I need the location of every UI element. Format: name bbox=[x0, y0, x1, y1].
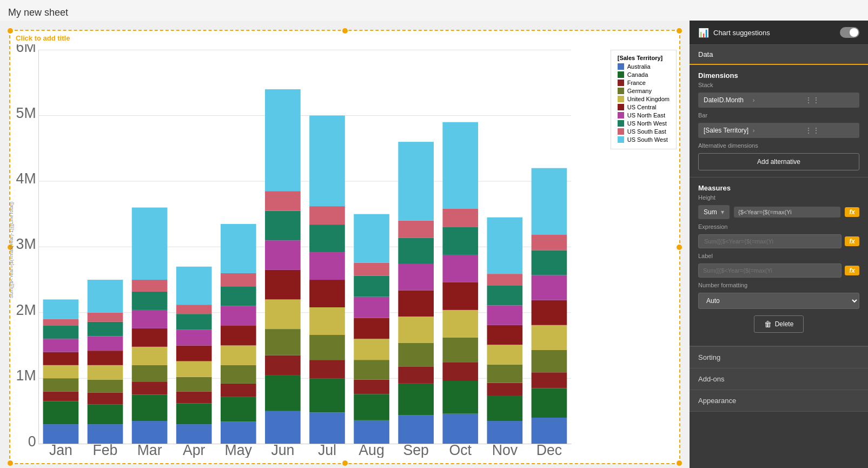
data-tab[interactable]: Data bbox=[690, 45, 868, 65]
svg-rect-129 bbox=[487, 325, 523, 345]
resize-handle-bc[interactable] bbox=[342, 460, 348, 466]
sum-box[interactable]: Sum ▾ bbox=[698, 205, 730, 219]
svg-text:Aug: Aug bbox=[359, 441, 384, 458]
chart-icon: 📊 bbox=[698, 28, 709, 38]
toggle-knob bbox=[850, 28, 858, 37]
svg-rect-121 bbox=[442, 209, 478, 227]
chart-legend: [Sales Territory] AustraliaCanadaFranceG… bbox=[611, 50, 677, 149]
legend-item: US North East bbox=[618, 112, 670, 118]
svg-rect-48 bbox=[176, 403, 212, 424]
svg-text:Nov: Nov bbox=[492, 441, 518, 458]
svg-rect-61 bbox=[221, 365, 256, 384]
expression-box[interactable]: {$<Year={$(=max(Yi bbox=[734, 207, 840, 217]
resize-handle-rc[interactable] bbox=[677, 245, 682, 250]
svg-text:Dec: Dec bbox=[536, 441, 562, 458]
svg-rect-49 bbox=[176, 391, 212, 403]
svg-rect-109 bbox=[398, 238, 434, 264]
resize-handle-br[interactable] bbox=[677, 460, 682, 466]
right-panel: 📊 Chart suggestions Data Dimensions Stac… bbox=[690, 21, 868, 468]
svg-rect-119 bbox=[442, 255, 478, 282]
svg-rect-34 bbox=[88, 280, 123, 313]
label-input[interactable] bbox=[698, 263, 842, 278]
svg-text:Jan: Jan bbox=[49, 441, 72, 458]
svg-rect-20 bbox=[43, 339, 79, 352]
svg-rect-65 bbox=[221, 286, 256, 306]
svg-rect-97 bbox=[354, 297, 389, 318]
expression-fx-button2[interactable]: fx bbox=[845, 236, 859, 246]
num-format-select[interactable]: Auto bbox=[698, 293, 859, 309]
svg-text:1M: 1M bbox=[16, 366, 36, 384]
svg-text:Apr: Apr bbox=[183, 441, 205, 458]
svg-rect-105 bbox=[398, 343, 434, 367]
svg-rect-78 bbox=[265, 89, 301, 191]
svg-rect-19 bbox=[43, 352, 79, 365]
svg-rect-93 bbox=[354, 380, 389, 394]
svg-text:6M: 6M bbox=[16, 44, 36, 55]
svg-text:Mar: Mar bbox=[137, 441, 162, 458]
svg-rect-82 bbox=[309, 360, 345, 378]
svg-rect-103 bbox=[398, 384, 434, 415]
resize-handle-tr[interactable] bbox=[677, 28, 682, 34]
legend-item: France bbox=[618, 80, 670, 86]
legend-item: US South West bbox=[618, 136, 670, 143]
svg-rect-42 bbox=[132, 310, 168, 328]
svg-rect-63 bbox=[221, 326, 256, 345]
resize-handle-tl[interactable] bbox=[8, 28, 13, 34]
svg-rect-22 bbox=[43, 319, 79, 326]
expression-section: Expression fx bbox=[698, 223, 859, 248]
expression-input[interactable] bbox=[698, 234, 842, 248]
svg-rect-100 bbox=[354, 214, 389, 263]
resize-handle-tc[interactable] bbox=[342, 28, 348, 34]
svg-rect-45 bbox=[132, 208, 168, 280]
stack-field-row[interactable]: DateID.Month › ⋮⋮ bbox=[698, 93, 859, 108]
legend-item: US North West bbox=[618, 120, 670, 127]
svg-rect-70 bbox=[265, 375, 301, 411]
chart-suggestions-toggle[interactable] bbox=[840, 27, 859, 38]
num-format-label: Number formatting bbox=[698, 282, 859, 288]
panel-header-title: Chart suggestions bbox=[713, 29, 840, 37]
dimensions-section: Dimensions Stack DateID.Month › ⋮⋮ Bar [… bbox=[690, 65, 868, 177]
delete-label: Delete bbox=[775, 320, 794, 328]
sorting-item[interactable]: Sorting bbox=[690, 347, 868, 368]
svg-rect-142 bbox=[532, 250, 567, 275]
svg-rect-114 bbox=[442, 381, 478, 414]
sum-label: Sum bbox=[704, 208, 717, 216]
svg-rect-50 bbox=[176, 377, 212, 392]
svg-rect-84 bbox=[309, 307, 345, 335]
svg-rect-72 bbox=[265, 329, 301, 355]
svg-rect-138 bbox=[532, 350, 567, 372]
svg-rect-128 bbox=[487, 345, 523, 364]
svg-rect-62 bbox=[221, 345, 256, 365]
expression-fx-button[interactable]: fx bbox=[845, 207, 859, 217]
svg-rect-107 bbox=[398, 290, 434, 317]
svg-rect-38 bbox=[132, 381, 168, 394]
field-dots: ⋮⋮ bbox=[805, 96, 854, 104]
click-to-add-title[interactable]: Click to add title bbox=[16, 34, 70, 42]
svg-rect-40 bbox=[132, 347, 168, 365]
svg-text:Jul: Jul bbox=[318, 441, 336, 458]
expression-value: {$<Year={$(=max(Yi bbox=[738, 209, 836, 215]
svg-rect-83 bbox=[309, 335, 345, 360]
svg-rect-91 bbox=[354, 420, 389, 444]
svg-rect-106 bbox=[398, 317, 434, 343]
svg-rect-139 bbox=[532, 325, 567, 350]
svg-rect-52 bbox=[176, 345, 212, 361]
svg-rect-126 bbox=[487, 383, 523, 396]
label-fx-button[interactable]: fx bbox=[845, 266, 859, 275]
svg-rect-27 bbox=[88, 393, 123, 405]
delete-button[interactable]: 🗑 Delete bbox=[754, 315, 804, 333]
svg-rect-133 bbox=[487, 217, 523, 274]
add-alternative-button[interactable]: Add alternative bbox=[698, 153, 859, 170]
svg-rect-98 bbox=[354, 276, 389, 297]
bar-field-row[interactable]: [Sales Territory] › ⋮⋮ bbox=[698, 123, 859, 138]
addons-item[interactable]: Add-ons bbox=[690, 368, 868, 390]
svg-text:Jun: Jun bbox=[271, 441, 294, 458]
resize-handle-bl[interactable] bbox=[8, 460, 13, 466]
svg-rect-73 bbox=[265, 299, 301, 329]
svg-rect-60 bbox=[221, 384, 256, 397]
svg-rect-53 bbox=[176, 329, 212, 345]
height-label: Height bbox=[698, 194, 859, 201]
stack-label: Stack bbox=[698, 82, 859, 88]
appearance-item[interactable]: Appearance bbox=[690, 390, 868, 412]
svg-rect-32 bbox=[88, 322, 123, 337]
